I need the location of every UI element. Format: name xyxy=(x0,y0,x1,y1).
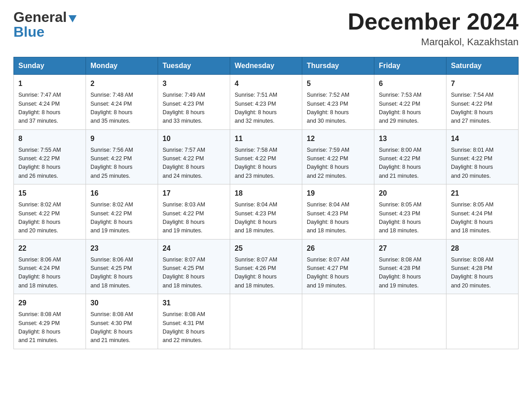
svg-marker-0 xyxy=(69,15,77,22)
calendar-day-cell: 19 Sunrise: 8:04 AM Sunset: 4:23 PM Dayl… xyxy=(302,184,374,240)
day-number: 22 xyxy=(18,243,81,254)
day-info: Sunrise: 8:05 AM Sunset: 4:23 PM Dayligh… xyxy=(379,201,442,235)
calendar-day-cell: 7 Sunrise: 7:54 AM Sunset: 4:22 PM Dayli… xyxy=(446,75,519,130)
calendar-day-cell: 5 Sunrise: 7:52 AM Sunset: 4:23 PM Dayli… xyxy=(302,75,374,130)
calendar-day-cell: 9 Sunrise: 7:56 AM Sunset: 4:22 PM Dayli… xyxy=(86,129,158,184)
day-info: Sunrise: 8:02 AM Sunset: 4:22 PM Dayligh… xyxy=(90,201,153,235)
day-number: 29 xyxy=(18,298,81,308)
calendar-day-cell: 22 Sunrise: 8:06 AM Sunset: 4:24 PM Dayl… xyxy=(14,239,86,294)
logo: General Blue xyxy=(13,9,77,40)
day-number: 9 xyxy=(90,133,153,144)
day-info: Sunrise: 8:06 AM Sunset: 4:25 PM Dayligh… xyxy=(90,256,153,291)
calendar-day-cell: 10 Sunrise: 7:57 AM Sunset: 4:22 PM Dayl… xyxy=(158,129,230,184)
calendar-header-saturday: Saturday xyxy=(446,57,519,75)
day-number: 2 xyxy=(90,78,153,89)
calendar-day-cell: 23 Sunrise: 8:06 AM Sunset: 4:25 PM Dayl… xyxy=(86,239,158,294)
day-number: 26 xyxy=(307,243,369,254)
calendar-day-cell: 21 Sunrise: 8:05 AM Sunset: 4:24 PM Dayl… xyxy=(446,184,519,240)
day-number: 7 xyxy=(451,78,514,89)
day-info: Sunrise: 8:08 AM Sunset: 4:31 PM Dayligh… xyxy=(163,310,225,345)
day-number: 28 xyxy=(451,243,514,254)
calendar-day-cell: 20 Sunrise: 8:05 AM Sunset: 4:23 PM Dayl… xyxy=(374,184,446,240)
calendar-day-cell xyxy=(230,294,302,349)
day-number: 21 xyxy=(451,188,514,199)
day-number: 10 xyxy=(163,133,225,144)
title-block: December 2024 Marqakol, Kazakhstan xyxy=(348,9,519,48)
day-number: 13 xyxy=(379,133,442,144)
day-info: Sunrise: 8:07 AM Sunset: 4:26 PM Dayligh… xyxy=(235,256,297,291)
day-number: 8 xyxy=(18,133,81,144)
calendar-header-wednesday: Wednesday xyxy=(230,57,302,75)
calendar-header-thursday: Thursday xyxy=(302,57,374,75)
day-info: Sunrise: 7:58 AM Sunset: 4:22 PM Dayligh… xyxy=(235,146,297,181)
calendar-header-sunday: Sunday xyxy=(14,57,86,75)
day-number: 11 xyxy=(235,133,297,144)
calendar-day-cell xyxy=(374,294,446,349)
calendar-day-cell: 15 Sunrise: 8:02 AM Sunset: 4:22 PM Dayl… xyxy=(14,184,86,240)
calendar-week-row: 29 Sunrise: 8:08 AM Sunset: 4:29 PM Dayl… xyxy=(14,294,519,349)
calendar-day-cell: 13 Sunrise: 8:00 AM Sunset: 4:22 PM Dayl… xyxy=(374,129,446,184)
day-info: Sunrise: 8:08 AM Sunset: 4:29 PM Dayligh… xyxy=(18,310,81,345)
calendar-day-cell: 25 Sunrise: 8:07 AM Sunset: 4:26 PM Dayl… xyxy=(230,239,302,294)
day-number: 14 xyxy=(451,133,514,144)
logo-blue: Blue xyxy=(13,24,44,40)
day-info: Sunrise: 8:05 AM Sunset: 4:24 PM Dayligh… xyxy=(451,201,514,235)
day-info: Sunrise: 8:04 AM Sunset: 4:23 PM Dayligh… xyxy=(235,201,297,235)
calendar-day-cell: 28 Sunrise: 8:08 AM Sunset: 4:28 PM Dayl… xyxy=(446,239,519,294)
day-number: 18 xyxy=(235,188,297,199)
calendar-week-row: 8 Sunrise: 7:55 AM Sunset: 4:22 PM Dayli… xyxy=(14,129,519,184)
day-number: 3 xyxy=(163,78,225,89)
calendar-header-monday: Monday xyxy=(86,57,158,75)
day-info: Sunrise: 7:54 AM Sunset: 4:22 PM Dayligh… xyxy=(451,91,514,126)
calendar-day-cell: 29 Sunrise: 8:08 AM Sunset: 4:29 PM Dayl… xyxy=(14,294,86,349)
calendar-week-row: 1 Sunrise: 7:47 AM Sunset: 4:24 PM Dayli… xyxy=(14,75,519,130)
day-info: Sunrise: 7:56 AM Sunset: 4:22 PM Dayligh… xyxy=(90,146,153,181)
day-number: 25 xyxy=(235,243,297,254)
day-info: Sunrise: 7:53 AM Sunset: 4:22 PM Dayligh… xyxy=(379,91,442,126)
day-info: Sunrise: 7:48 AM Sunset: 4:24 PM Dayligh… xyxy=(90,91,153,126)
day-info: Sunrise: 7:57 AM Sunset: 4:22 PM Dayligh… xyxy=(163,146,225,181)
day-info: Sunrise: 7:55 AM Sunset: 4:22 PM Dayligh… xyxy=(18,146,81,181)
day-number: 1 xyxy=(18,78,81,89)
calendar-day-cell: 1 Sunrise: 7:47 AM Sunset: 4:24 PM Dayli… xyxy=(14,75,86,130)
day-info: Sunrise: 8:07 AM Sunset: 4:27 PM Dayligh… xyxy=(307,256,369,291)
calendar-day-cell: 3 Sunrise: 7:49 AM Sunset: 4:23 PM Dayli… xyxy=(158,75,230,130)
day-number: 27 xyxy=(379,243,442,254)
location: Marqakol, Kazakhstan xyxy=(348,36,519,48)
day-number: 31 xyxy=(163,298,225,308)
day-info: Sunrise: 8:02 AM Sunset: 4:22 PM Dayligh… xyxy=(18,201,81,235)
day-number: 16 xyxy=(90,188,153,199)
day-info: Sunrise: 8:08 AM Sunset: 4:28 PM Dayligh… xyxy=(451,256,514,291)
calendar-day-cell: 11 Sunrise: 7:58 AM Sunset: 4:22 PM Dayl… xyxy=(230,129,302,184)
calendar-day-cell: 17 Sunrise: 8:03 AM Sunset: 4:22 PM Dayl… xyxy=(158,184,230,240)
day-number: 15 xyxy=(18,188,81,199)
day-info: Sunrise: 7:51 AM Sunset: 4:23 PM Dayligh… xyxy=(235,91,297,126)
calendar-day-cell: 12 Sunrise: 7:59 AM Sunset: 4:22 PM Dayl… xyxy=(302,129,374,184)
day-info: Sunrise: 7:49 AM Sunset: 4:23 PM Dayligh… xyxy=(163,91,225,126)
month-title: December 2024 xyxy=(348,9,519,34)
logo-general: General xyxy=(13,9,67,26)
day-number: 23 xyxy=(90,243,153,254)
day-info: Sunrise: 7:47 AM Sunset: 4:24 PM Dayligh… xyxy=(18,91,81,126)
day-info: Sunrise: 8:08 AM Sunset: 4:28 PM Dayligh… xyxy=(379,256,442,291)
day-info: Sunrise: 7:52 AM Sunset: 4:23 PM Dayligh… xyxy=(307,91,369,126)
calendar-week-row: 22 Sunrise: 8:06 AM Sunset: 4:24 PM Dayl… xyxy=(14,239,519,294)
calendar-day-cell: 24 Sunrise: 8:07 AM Sunset: 4:25 PM Dayl… xyxy=(158,239,230,294)
calendar-day-cell: 31 Sunrise: 8:08 AM Sunset: 4:31 PM Dayl… xyxy=(158,294,230,349)
calendar-day-cell: 18 Sunrise: 8:04 AM Sunset: 4:23 PM Dayl… xyxy=(230,184,302,240)
calendar-day-cell: 30 Sunrise: 8:08 AM Sunset: 4:30 PM Dayl… xyxy=(86,294,158,349)
day-number: 12 xyxy=(307,133,369,144)
day-info: Sunrise: 8:04 AM Sunset: 4:23 PM Dayligh… xyxy=(307,201,369,235)
day-number: 30 xyxy=(90,298,153,308)
day-number: 5 xyxy=(307,78,369,89)
calendar-day-cell: 14 Sunrise: 8:01 AM Sunset: 4:22 PM Dayl… xyxy=(446,129,519,184)
day-number: 19 xyxy=(307,188,369,199)
day-number: 6 xyxy=(379,78,442,89)
calendar-header-friday: Friday xyxy=(374,57,446,75)
day-number: 20 xyxy=(379,188,442,199)
calendar-day-cell: 16 Sunrise: 8:02 AM Sunset: 4:22 PM Dayl… xyxy=(86,184,158,240)
day-info: Sunrise: 7:59 AM Sunset: 4:22 PM Dayligh… xyxy=(307,146,369,181)
calendar-day-cell: 6 Sunrise: 7:53 AM Sunset: 4:22 PM Dayli… xyxy=(374,75,446,130)
day-number: 4 xyxy=(235,78,297,89)
day-number: 17 xyxy=(163,188,225,199)
